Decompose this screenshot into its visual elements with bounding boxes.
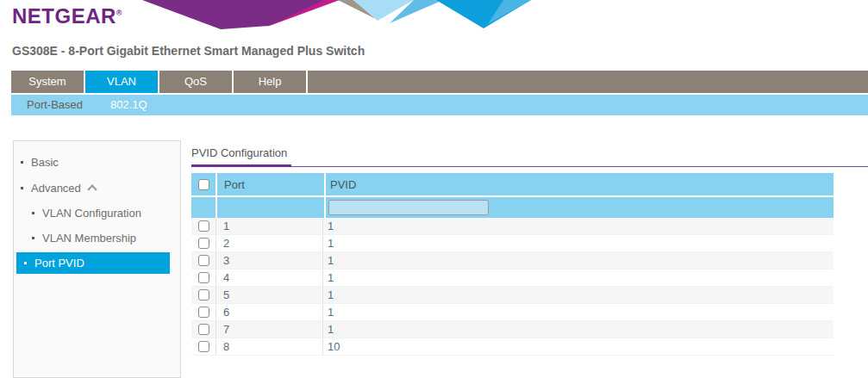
sidebar-item-label: VLAN Membership	[42, 232, 136, 245]
row-select-checkbox[interactable]	[198, 324, 209, 335]
filter-checkbox-cell	[191, 197, 215, 218]
sidebar-item-vlan-configuration[interactable]: VLAN Configuration	[14, 201, 180, 226]
sidebar-item-vlan-membership[interactable]: VLAN Membership	[14, 226, 180, 251]
column-header-pvid: PVID	[326, 173, 834, 195]
table-filter-row	[191, 197, 834, 218]
column-header-port: Port	[217, 173, 324, 195]
table-row: 6 1	[191, 304, 834, 321]
row-checkbox-cell	[191, 252, 215, 269]
table-row: 2 1	[191, 235, 834, 252]
row-select-checkbox[interactable]	[198, 272, 209, 283]
pvid-table: Port PVID 1 1 2 1 3 1	[191, 173, 834, 356]
subnav-item-8021q[interactable]: 802.1Q	[102, 95, 156, 115]
port-cell: 2	[215, 235, 322, 251]
pvid-filter-input[interactable]	[328, 200, 489, 215]
row-checkbox-cell	[191, 235, 215, 251]
table-row: 1 1	[191, 218, 834, 235]
pvid-cell: 1	[322, 321, 834, 338]
nav-tab-help[interactable]: Help	[234, 71, 306, 93]
filter-port-cell	[217, 197, 324, 218]
header-checkbox-cell	[191, 173, 215, 195]
title-underline	[191, 166, 868, 167]
bullet-icon	[21, 187, 23, 189]
nav-tab-qos[interactable]: QoS	[159, 71, 232, 93]
registered-mark: ®	[116, 9, 122, 17]
main-nav: System VLAN QoS Help	[0, 71, 868, 93]
chevron-up-icon	[87, 184, 97, 194]
port-cell: 6	[215, 304, 322, 320]
nav-tab-vlan[interactable]: VLAN	[85, 71, 158, 93]
sidebar-item-advanced[interactable]: Advanced	[14, 175, 180, 201]
bullet-icon	[32, 212, 34, 214]
sub-nav: Port-Based 802.1Q	[11, 95, 868, 115]
table-row: 7 1	[191, 321, 834, 338]
pvid-table-body: 1 1 2 1 3 1 4 1 5 1 6 1	[191, 218, 834, 356]
sidebar-item-port-pvid[interactable]: Port PVID	[16, 252, 170, 274]
pvid-cell: 1	[322, 218, 834, 234]
port-cell: 3	[215, 252, 322, 269]
row-checkbox-cell	[191, 270, 215, 286]
row-checkbox-cell	[191, 321, 215, 338]
subnav-item-port-based[interactable]: Port-Based	[18, 95, 91, 115]
row-checkbox-cell	[191, 304, 215, 320]
select-all-checkbox[interactable]	[198, 179, 209, 190]
table-row: 4 1	[191, 270, 834, 287]
port-cell: 8	[215, 338, 322, 355]
row-checkbox-cell	[191, 218, 215, 234]
bullet-icon	[32, 237, 34, 239]
sidebar-item-basic[interactable]: Basic	[14, 149, 180, 175]
pvid-cell: 1	[322, 235, 834, 251]
port-cell: 5	[215, 287, 322, 303]
bullet-icon	[21, 161, 23, 164]
port-cell: 7	[215, 321, 322, 338]
sidebar-item-label: Basic	[31, 156, 59, 169]
row-checkbox-cell	[191, 338, 215, 355]
pvid-cell: 1	[322, 270, 834, 286]
row-checkbox-cell	[191, 287, 215, 303]
row-select-checkbox[interactable]	[198, 220, 209, 232]
table-row: 3 1	[191, 252, 834, 270]
netgear-logo: NETGEAR®	[12, 4, 122, 28]
row-select-checkbox[interactable]	[198, 341, 209, 352]
brand-banner-graphic	[0, 0, 868, 29]
nav-filler	[308, 71, 868, 93]
pvid-cell: 1	[322, 252, 834, 269]
pvid-cell: 1	[322, 304, 834, 320]
sidebar-item-label: VLAN Configuration	[42, 207, 141, 220]
row-select-checkbox[interactable]	[198, 307, 209, 318]
filter-pvid-cell	[326, 197, 834, 218]
sidebar: Basic Advanced VLAN Configuration VLAN M…	[13, 140, 181, 378]
pvid-cell: 1	[322, 287, 834, 303]
table-header-row: Port PVID	[191, 173, 834, 195]
sidebar-item-label: Port PVID	[34, 257, 84, 270]
sidebar-item-label: Advanced	[31, 182, 81, 195]
bullet-icon	[24, 262, 27, 264]
row-select-checkbox[interactable]	[198, 255, 209, 266]
main-content: PVID Configuration Port PVID 1 1 2	[191, 146, 868, 356]
row-select-checkbox[interactable]	[198, 289, 209, 301]
logo-text: NETGEAR	[12, 4, 116, 28]
section-title: PVID Configuration	[191, 146, 868, 159]
port-cell: 4	[215, 270, 322, 286]
table-row: 5 1	[191, 287, 834, 304]
pvid-cell: 10	[322, 338, 834, 355]
port-cell: 1	[215, 218, 322, 234]
row-select-checkbox[interactable]	[198, 238, 209, 249]
nav-tab-system[interactable]: System	[11, 71, 84, 93]
page-title: GS308E - 8-Port Gigabit Ethernet Smart M…	[12, 44, 365, 58]
table-row: 8 10	[191, 338, 834, 356]
